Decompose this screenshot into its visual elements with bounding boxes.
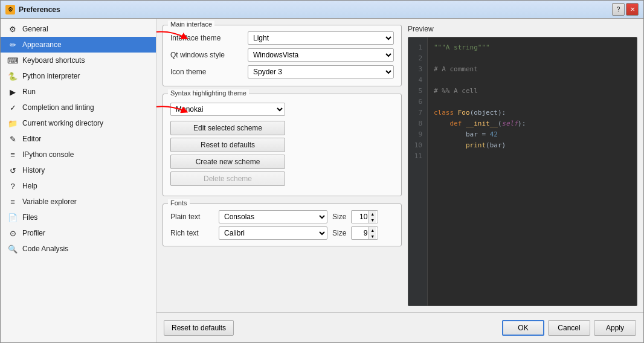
completion-icon: ✓ xyxy=(8,103,18,112)
icon-theme-select[interactable]: Spyder 3 Spyder 2 xyxy=(248,65,394,79)
cancel-button[interactable]: Cancel xyxy=(548,320,590,336)
bottom-left: Reset to defaults xyxy=(164,320,234,336)
plain-size-down[interactable]: ▼ xyxy=(369,217,376,223)
sidebar-item-variable-explorer[interactable]: ≡ Variable explorer xyxy=(1,194,156,210)
plain-size-label: Size xyxy=(332,213,346,221)
files-icon: 📄 xyxy=(8,213,18,222)
ipython-icon: ≡ xyxy=(8,150,18,159)
sidebar-label-keyboard: Keyboard shortcuts xyxy=(22,56,85,65)
preview-label: Preview xyxy=(408,25,637,33)
help-button[interactable]: ? xyxy=(612,3,625,16)
sidebar-label-python: Python interpreter xyxy=(22,72,80,80)
icon-theme-row: Icon theme Spyder 3 Spyder 2 xyxy=(170,65,394,79)
sidebar-item-code-analysis[interactable]: 🔍 Code Analysis xyxy=(1,241,156,257)
sidebar-item-general[interactable]: ⚙ General xyxy=(1,21,156,37)
sidebar-item-files[interactable]: 📄 Files xyxy=(1,210,156,225)
fonts-title: Fonts xyxy=(168,199,190,207)
sidebar-item-help[interactable]: ? Help xyxy=(1,178,156,194)
rich-size-down[interactable]: ▼ xyxy=(369,233,376,239)
apply-button[interactable]: Apply xyxy=(594,320,636,336)
interface-theme-select[interactable]: Light Dark xyxy=(248,31,394,45)
sidebar-label-files: Files xyxy=(22,213,37,222)
syntax-highlighting-group: Syntax highlighting theme xyxy=(163,94,402,196)
ok-button[interactable]: OK xyxy=(502,320,544,336)
qt-style-select[interactable]: WindowsVista Fusion xyxy=(248,48,394,62)
code-line-6 xyxy=(434,97,631,107)
close-button[interactable]: ✕ xyxy=(626,3,639,16)
token-close-paren: ): xyxy=(518,120,526,127)
token-self: self xyxy=(502,120,518,127)
sidebar-label-run: Run xyxy=(22,88,36,96)
rich-size-up[interactable]: ▲ xyxy=(369,227,376,233)
sidebar-label-completion: Completion and linting xyxy=(22,103,94,112)
main-interface-group: Main interface xyxy=(163,25,402,86)
sidebar-label-workdir: Current working directory xyxy=(22,119,103,127)
line-num-10: 10 xyxy=(414,140,422,151)
code-lines: """A string""" # A comment # %% A cell c… xyxy=(428,37,637,306)
rich-size-label: Size xyxy=(332,229,346,237)
rich-size-input[interactable] xyxy=(352,229,369,237)
interface-theme-row: Interface theme Light Dark xyxy=(170,31,394,45)
bottom-right: OK Cancel Apply xyxy=(502,320,636,336)
sidebar-item-run[interactable]: ▶ Run xyxy=(1,84,156,100)
sidebar-label-help: Help xyxy=(22,182,37,190)
plain-size-input[interactable] xyxy=(352,213,369,221)
code-line-4 xyxy=(434,75,631,86)
token-bar-arg: (bar) xyxy=(486,141,506,149)
plain-size-up[interactable]: ▲ xyxy=(369,211,376,217)
sidebar-label-ipython: IPython console xyxy=(22,150,74,159)
sidebar-item-history[interactable]: ↺ History xyxy=(1,162,156,178)
help-icon: ? xyxy=(8,181,18,191)
plain-text-row: Plain text Consolas Courier New Size ▲ xyxy=(170,210,394,223)
qt-style-row: Qt windows style WindowsVista Fusion xyxy=(170,48,394,62)
reset-defaults-button[interactable]: Reset to defaults xyxy=(170,138,285,152)
token-number: 42 xyxy=(490,130,498,138)
rich-text-font-select[interactable]: Calibri Arial xyxy=(219,226,327,240)
workdir-icon: 📁 xyxy=(8,118,18,128)
code-line-5: # %% A cell xyxy=(434,86,631,97)
sidebar-item-profiler[interactable]: ⊙ Profiler xyxy=(1,225,156,241)
sidebar-item-completion-linting[interactable]: ✓ Completion and linting xyxy=(1,100,156,115)
sidebar-label-code-analysis: Code Analysis xyxy=(22,245,68,253)
sidebar-item-ipython[interactable]: ≡ IPython console xyxy=(1,147,156,162)
token-print: print xyxy=(466,141,486,149)
icon-theme-label: Icon theme xyxy=(170,68,243,76)
rich-text-label: Rich text xyxy=(170,229,214,237)
plain-size-arrows: ▲ ▼ xyxy=(369,211,376,223)
code-line-8: def __init__(self): xyxy=(434,118,631,129)
general-icon: ⚙ xyxy=(8,24,18,34)
token-class-name: Foo xyxy=(458,109,470,117)
line-num-11: 11 xyxy=(414,151,422,162)
variable-icon: ≡ xyxy=(8,197,18,207)
profiler-icon: ⊙ xyxy=(8,228,18,238)
sidebar-item-python-interpreter[interactable]: 🐍 Python interpreter xyxy=(1,68,156,84)
line-num-6: 6 xyxy=(418,97,422,107)
scheme-dropdown[interactable]: Monokai Spyder Zenburn xyxy=(170,103,285,116)
token-keyword-class: class xyxy=(434,109,458,117)
window-icon: ⚙ xyxy=(5,5,15,14)
sidebar-item-appearance[interactable]: ✏ Appearance xyxy=(1,37,156,53)
line-num-7: 7 xyxy=(418,107,422,118)
delete-scheme-button[interactable]: Delete scheme xyxy=(170,172,285,186)
line-num-3: 3 xyxy=(418,64,422,75)
interface-theme-label: Interface theme xyxy=(170,34,243,42)
plain-text-font-select[interactable]: Consolas Courier New xyxy=(219,210,327,223)
reset-to-defaults-button[interactable]: Reset to defaults xyxy=(164,320,234,336)
line-numbers: 1 2 3 4 5 6 7 8 9 10 11 xyxy=(408,37,428,306)
edit-scheme-button[interactable]: Edit selected scheme xyxy=(170,121,285,135)
token-open-paren: ( xyxy=(498,120,502,127)
token-indent xyxy=(434,141,466,149)
create-scheme-button[interactable]: Create new scheme xyxy=(170,155,285,169)
main-content: ⚙ General ✏ Appearance ⌨ Keyboard shortc… xyxy=(1,19,643,342)
line-num-5: 5 xyxy=(418,86,422,97)
title-bar: ⚙ Preferences ? ✕ xyxy=(1,1,643,19)
sidebar-item-working-dir[interactable]: 📁 Current working directory xyxy=(1,115,156,131)
bottom-bar: Reset to defaults OK Cancel Apply xyxy=(156,312,643,342)
window-title: Preferences xyxy=(19,5,60,14)
sidebar-item-keyboard-shortcuts[interactable]: ⌨ Keyboard shortcuts xyxy=(1,53,156,68)
preferences-window: ⚙ Preferences ? ✕ ⚙ General ✏ Appearance… xyxy=(0,0,644,343)
scheme-select-row: Monokai Spyder Zenburn xyxy=(170,103,394,116)
code-line-2 xyxy=(434,53,631,64)
sidebar-label-general: General xyxy=(22,25,48,33)
sidebar-item-editor[interactable]: ✎ Editor xyxy=(1,131,156,147)
